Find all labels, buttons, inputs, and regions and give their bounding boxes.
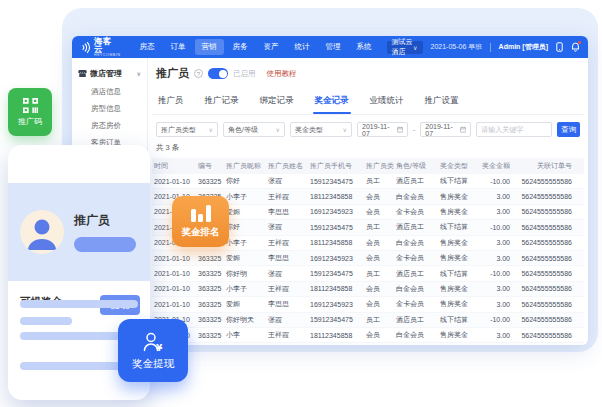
sidebar-item-房态房价[interactable]: 房态房价 — [72, 117, 147, 134]
help-icon[interactable]: ? — [194, 69, 203, 78]
nav-item-资产[interactable]: 资产 — [257, 39, 286, 55]
page-title: 推广员 — [156, 66, 189, 81]
table-cell: 你好 — [224, 222, 266, 232]
calendar-icon — [460, 126, 466, 133]
table-cell: 5624555555586 — [512, 316, 574, 323]
app-logo: 海客云 HEYCOMBIN — [80, 37, 121, 57]
nav-item-系统[interactable]: 系统 — [350, 39, 379, 55]
tab-bar: 推广员推广记录绑定记录奖金记录业绩统计推广设置 — [152, 89, 584, 115]
nav-item-统计[interactable]: 统计 — [288, 39, 317, 55]
chevron-down-icon: ∨ — [276, 126, 280, 133]
nav-item-营销[interactable]: 营销 — [195, 39, 224, 55]
table-cell: 363325 — [196, 178, 224, 185]
avatar — [20, 210, 64, 254]
date-range-dash: - — [413, 126, 415, 133]
search-button[interactable]: 查询 — [557, 122, 580, 137]
table-cell: 白金会员 — [394, 192, 438, 202]
date-from-input[interactable]: 2019-11-07 — [357, 122, 408, 137]
table-cell: 员工 — [364, 222, 394, 232]
table-cell: 酒店员工 — [394, 269, 438, 279]
table-row[interactable]: 2021-01-10363325你好明张霞15912345475员工酒店员工线下… — [152, 266, 584, 281]
nav-item-房务[interactable]: 房务 — [226, 39, 255, 55]
bonus-rank-badge[interactable]: 奖金排名 — [172, 196, 229, 247]
table-row[interactable]: 2021-01-10363325小李子王祥霞18112345858会员白金会员售… — [152, 282, 584, 297]
sidebar-group-store-management[interactable]: 微店管理 ∨ — [72, 64, 147, 83]
nav-item-管理[interactable]: 管理 — [319, 39, 348, 55]
table-cell: 员工 — [364, 315, 394, 325]
table-cell: 小李 — [224, 330, 266, 340]
tab-推广设置[interactable]: 推广设置 — [423, 89, 461, 114]
bell-icon[interactable] — [571, 42, 580, 52]
keyword-input[interactable] — [476, 122, 552, 137]
sidebar-item-酒店信息[interactable]: 酒店信息 — [72, 83, 147, 100]
tab-推广员[interactable]: 推广员 — [156, 89, 186, 114]
table-cell: 363325 — [196, 255, 224, 262]
page: 海客云 HEYCOMBIN 房态订单营销房务资产统计管理系统 测试云酒店 ∨ 2… — [0, 0, 602, 407]
table-cell: 张霞 — [266, 176, 308, 186]
nav-item-房态[interactable]: 房态 — [133, 39, 162, 55]
table-row[interactable]: 2021-01-10363325你好张霞15912345475员工酒店员工线下结… — [152, 174, 584, 189]
table-cell: 5624555555586 — [512, 255, 574, 262]
date-to-input[interactable]: 2019-11-07 — [420, 122, 471, 137]
bonus-withdraw-badge[interactable]: ¥ 奖金提现 — [118, 319, 188, 382]
phone-icon[interactable] — [556, 42, 563, 52]
bar-chart-icon — [191, 205, 211, 222]
placeholder-line — [20, 300, 138, 308]
table-cell: 王祥霞 — [266, 192, 308, 202]
total-count: 共 3 条 — [156, 143, 580, 153]
table-cell: 金卡会员 — [394, 253, 438, 263]
tab-奖金记录[interactable]: 奖金记录 — [313, 89, 351, 114]
navbar-date: 2021-05-06 早班 — [431, 42, 483, 52]
filter-select-推广员类型[interactable]: 推广员类型∨ — [156, 122, 218, 137]
table-row[interactable]: 2021-01-10363325小李王祥霞18112345858会员白金会员售房… — [152, 328, 584, 343]
bonus-withdraw-label: 奖金提现 — [132, 357, 174, 371]
table-cell: 售房奖金 — [438, 253, 478, 263]
qr-code-icon — [23, 98, 38, 113]
nav-item-订单[interactable]: 订单 — [164, 39, 193, 55]
table-row[interactable]: 2021-01-10363325你好明天张霞15912345475员工酒店员工线… — [152, 313, 584, 328]
table-cell: 363325 — [196, 332, 224, 339]
table-row[interactable]: 2021-01-10363325爱媚李思思16912345923会员金卡会员售房… — [152, 251, 584, 266]
person-yuan-icon: ¥ — [141, 330, 165, 354]
table-cell: 会员 — [364, 253, 394, 263]
column-header-编号: 编号 — [196, 161, 224, 171]
table-cell: 会员 — [364, 207, 394, 217]
hotel-selector-value: 测试云酒店 — [392, 37, 414, 57]
bonus-amount-placeholder — [20, 317, 72, 325]
sidebar-item-房型信息[interactable]: 房型信息 — [72, 100, 147, 117]
promoter-card-header: 推广员 — [8, 183, 150, 281]
table-row[interactable]: 2021-01-10363325爱媚李思思16912345923会员金卡会员售房… — [152, 297, 584, 312]
column-header-推广员姓名: 推广员姓名 — [266, 161, 308, 171]
user-account[interactable]: Admin [管理员] — [499, 42, 548, 52]
promoter-enable-toggle[interactable] — [208, 68, 228, 79]
table-cell: 售房奖金 — [438, 330, 478, 340]
table-cell: 你好 — [224, 176, 266, 186]
table-cell: 18112345858 — [308, 285, 364, 292]
table-cell: 线下结算 — [438, 222, 478, 232]
tab-绑定记录[interactable]: 绑定记录 — [258, 89, 296, 114]
table-cell: 3.00 — [478, 301, 512, 308]
filter-select-奖金类型[interactable]: 奖金类型∨ — [290, 122, 352, 137]
tab-业绩统计[interactable]: 业绩统计 — [368, 89, 406, 114]
table-cell: 3.00 — [478, 285, 512, 292]
promo-code-badge[interactable]: 推广码 — [8, 88, 52, 136]
column-header-推广员手机号: 推广员手机号 — [308, 161, 364, 171]
date-from-value: 2019-11-07 — [362, 123, 394, 137]
filter-select-角色/等级[interactable]: 角色/等级∨ — [223, 122, 285, 137]
bonus-records-table: 时间编号推广员昵称推广员姓名推广员手机号推广员类型角色/等级奖金类型奖金金额关联… — [152, 158, 584, 345]
table-row[interactable]: 2021-01-10363325爱媚李思思16912345923会员金卡会员售房… — [152, 343, 584, 345]
table-cell: 5624555555586 — [512, 332, 574, 339]
toggle-status-label: 已启用 — [233, 69, 256, 79]
column-header-推广员类型: 推广员类型 — [364, 161, 394, 171]
tab-推广记录[interactable]: 推广记录 — [203, 89, 241, 114]
hotel-selector[interactable]: 测试云酒店 ∨ — [387, 41, 423, 54]
tutorial-link[interactable]: 使用教程 — [267, 69, 297, 79]
table-cell: 金卡会员 — [394, 207, 438, 217]
placeholder-pill — [74, 237, 136, 252]
table-cell: 15912345475 — [308, 178, 364, 185]
table-cell: 会员 — [364, 299, 394, 309]
table-cell: 2021-01-10 — [152, 178, 196, 185]
table-cell: 18112345858 — [308, 239, 364, 246]
column-header-奖金金额: 奖金金额 — [478, 161, 512, 171]
table-cell: 白金会员 — [394, 284, 438, 294]
